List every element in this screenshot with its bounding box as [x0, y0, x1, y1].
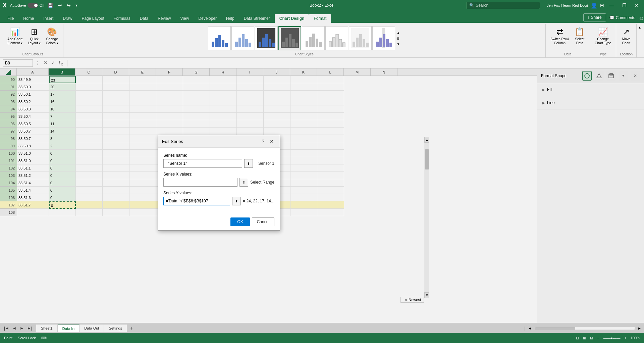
dialog-help-button[interactable]: ? — [260, 138, 266, 145]
sheet-tab-sheet1[interactable]: Sheet1 — [36, 325, 58, 332]
comments-button[interactable]: 💬 Comments — [606, 14, 639, 21]
tab-help[interactable]: Help — [221, 14, 239, 23]
series-y-input[interactable] — [163, 197, 230, 205]
ribbon-display-button[interactable]: ⊟ — [600, 3, 604, 8]
ok-button[interactable]: OK — [230, 217, 250, 226]
svg-rect-24 — [312, 34, 315, 47]
h-scroll-right[interactable]: ► — [638, 326, 641, 330]
tab-separator: | — [524, 326, 525, 331]
minimize-button[interactable]: — — [607, 1, 617, 9]
tab-formulas[interactable]: Formulas — [109, 14, 135, 23]
chart-style-3[interactable] — [255, 26, 278, 50]
chart-styles-scroll-expand[interactable]: ⊟ — [396, 36, 400, 41]
chart-style-4-svg — [281, 28, 299, 48]
sheet-tab-settings[interactable]: Settings — [104, 325, 127, 332]
tab-draw[interactable]: Draw — [58, 14, 77, 23]
select-data-button[interactable]: 📋 SelectData — [572, 24, 587, 48]
close-button[interactable]: ✕ — [632, 1, 641, 9]
change-chart-type-label: ChangeChart Type — [595, 37, 611, 45]
add-sheet-button[interactable]: + — [127, 325, 136, 332]
normal-view-icon[interactable]: ⊟ — [576, 336, 579, 340]
add-chart-element-label: Add ChartElement ▾ — [7, 37, 22, 45]
svg-rect-35 — [359, 34, 362, 47]
tab-home[interactable]: Home — [18, 14, 39, 23]
search-placeholder: Search — [476, 3, 488, 8]
add-chart-element-button[interactable]: 📊 Add ChartElement ▾ — [5, 24, 24, 48]
chart-style-8[interactable] — [372, 26, 395, 50]
ribbon-content: 📊 Add ChartElement ▾ ⊞ QuickLayout ▾ 🎨 C… — [0, 23, 644, 58]
page-layout-view-icon[interactable]: ⊞ — [583, 336, 586, 340]
h-scroll-left[interactable]: ◄ — [528, 326, 532, 330]
h-scrollbar[interactable] — [534, 327, 635, 330]
zoom-out-icon[interactable]: − — [597, 336, 599, 340]
chart-style-5-svg — [304, 28, 322, 48]
ribbon-group-chart-layouts-label: Chart Layouts — [22, 52, 43, 57]
customize-button[interactable]: ▾ — [74, 2, 79, 8]
share-button[interactable]: ↑ Share — [583, 13, 606, 21]
sheet-tab-data-out[interactable]: Data Out — [79, 325, 104, 332]
zoom-percent[interactable]: 100% — [631, 336, 640, 340]
tab-data-streamer[interactable]: Data Streamer — [239, 14, 275, 23]
svg-rect-3 — [222, 40, 224, 47]
title-bar-right: 🔍 Search Jen Fox (Team Red Dog) 👤 ⊟ — ❐ … — [428, 1, 641, 9]
zoom-in-icon[interactable]: + — [624, 336, 626, 340]
series-x-range-button[interactable]: ⬆ — [239, 178, 248, 187]
chart-style-1[interactable] — [208, 26, 231, 50]
chart-style-6-svg — [328, 28, 346, 48]
search-bar[interactable]: 🔍 Search — [466, 2, 540, 9]
series-name-input[interactable] — [163, 159, 242, 168]
save-button[interactable]: 💾 — [46, 2, 55, 9]
sheet-scroll-next[interactable]: ► — [18, 325, 25, 331]
tab-format[interactable]: Format — [309, 14, 331, 23]
autosave-state: Off — [40, 3, 44, 7]
change-colors-label: ChangeColors ▾ — [46, 37, 58, 45]
smiley-button[interactable]: ☺ — [639, 15, 644, 21]
sheet-scroll-first[interactable]: |◄ — [3, 325, 10, 331]
switch-row-col-button[interactable]: ⇄ Switch Row/Column — [548, 24, 571, 48]
series-name-range-button[interactable]: ⬆ — [244, 159, 253, 168]
undo-button[interactable]: ↩ — [57, 2, 63, 9]
page-break-view-icon[interactable]: ⊠ — [590, 336, 593, 340]
chart-styles-scroll-down[interactable]: ▼ — [396, 42, 400, 47]
move-chart-button[interactable]: ↗ MoveChart — [619, 24, 634, 48]
status-bar: Point Scroll Lock ⌨ ⊟ ⊞ ⊠ − ——●—— + 100% — [0, 333, 644, 343]
sheet-scroll-prev[interactable]: ◄ — [11, 325, 18, 331]
tab-data[interactable]: Data — [135, 14, 153, 23]
sheet-scroll-last[interactable]: ►| — [26, 325, 34, 331]
change-colors-button[interactable]: 🎨 ChangeColors ▾ — [44, 24, 60, 48]
series-x-input[interactable] — [163, 178, 237, 187]
tab-view[interactable]: View — [176, 14, 194, 23]
autosave-toggle[interactable] — [28, 3, 38, 8]
tab-review[interactable]: Review — [153, 14, 175, 23]
change-colors-icon: 🎨 — [47, 27, 57, 37]
tab-developer[interactable]: Developer — [194, 14, 221, 23]
series-y-range-button[interactable]: ⬆ — [232, 197, 241, 205]
change-chart-type-button[interactable]: 📈 ChangeChart Type — [593, 24, 613, 48]
restore-button[interactable]: ❐ — [620, 1, 629, 9]
quick-layout-button[interactable]: ⊞ QuickLayout ▾ — [26, 24, 43, 48]
tab-chart-design[interactable]: Chart Design — [275, 14, 309, 23]
account-icon[interactable]: 👤 — [591, 2, 597, 9]
chart-style-7[interactable] — [349, 26, 372, 50]
ribbon-collapse-button[interactable]: ▲ — [637, 24, 641, 57]
tab-file[interactable]: File — [3, 14, 18, 23]
share-label: Share — [591, 15, 602, 20]
chart-styles-scroll-up[interactable]: ▲ — [396, 30, 400, 35]
tab-insert[interactable]: Insert — [39, 14, 58, 23]
dialog-close-button[interactable]: ✕ — [268, 138, 276, 145]
sheet-tab-data-in[interactable]: Data In — [58, 325, 80, 332]
ribbon-group-data: ⇄ Switch Row/Column 📋 SelectData Data — [546, 24, 590, 57]
h-scrollbar-thumb[interactable] — [535, 327, 575, 330]
series-y-field: Series Y values: ⬆ = 24, 22, 17, 14... — [163, 191, 274, 205]
redo-button[interactable]: ↪ — [65, 2, 72, 9]
chart-style-5[interactable] — [302, 26, 325, 50]
chart-style-6[interactable] — [325, 26, 348, 50]
chart-style-2[interactable] — [231, 26, 254, 50]
title-bar-center: Book2 - Excel — [216, 3, 429, 8]
zoom-slider[interactable]: ——●—— — [603, 336, 621, 340]
status-bar-left: Point Scroll Lock ⌨ — [4, 336, 47, 340]
tab-page-layout[interactable]: Page Layout — [77, 14, 109, 23]
chart-style-8-svg — [375, 28, 393, 48]
cancel-button[interactable]: Cancel — [252, 217, 274, 226]
chart-style-4[interactable] — [278, 26, 301, 50]
